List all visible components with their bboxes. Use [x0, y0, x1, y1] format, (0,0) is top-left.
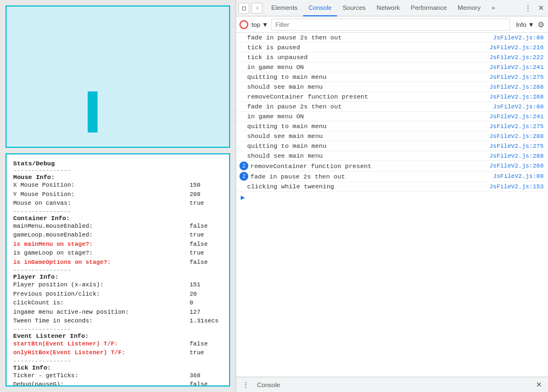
clear-console-button[interactable]: [239, 20, 248, 29]
tab-more[interactable]: »: [486, 0, 500, 16]
settings-icon[interactable]: ⚙: [538, 20, 545, 29]
debug-title: Stats/Debug: [13, 160, 222, 167]
game-canvas: [5, 5, 230, 148]
file-link[interactable]: JsFileV2.js:288: [489, 133, 544, 140]
file-link[interactable]: JsFileV2.js:241: [489, 64, 544, 71]
repeat-badge: 2: [239, 172, 248, 181]
dock-undock-button[interactable]: ◻: [238, 3, 249, 14]
prev-pos-value: 20: [190, 290, 222, 299]
console-toolbar: top ▼ Info ▼ ⚙: [236, 16, 548, 33]
gameloop-mouse-row: gameLoop.mouseEnabled: true: [13, 230, 222, 240]
container-header: Container Info:: [13, 215, 222, 222]
more-options-icon[interactable]: ⋮: [523, 3, 533, 13]
footer-console-tab[interactable]: Console: [255, 381, 282, 389]
ingame-menu-value: 127: [190, 308, 222, 317]
divider-4: ----------------: [13, 326, 222, 332]
tab-performance[interactable]: Performance: [406, 0, 453, 16]
tab-network[interactable]: Network: [371, 0, 405, 16]
close-devtools-icon[interactable]: ✕: [536, 3, 546, 13]
console-prompt[interactable]: ►: [236, 192, 548, 204]
mouse-x-row: X Mouse Position: 150: [13, 181, 222, 190]
is-ingameoptions-value: false: [190, 258, 222, 267]
file-link[interactable]: JsFileV2.js:268: [489, 94, 544, 100]
tick-header: Tick Info:: [13, 364, 222, 371]
file-link[interactable]: JsFileV2.js:80: [493, 103, 544, 110]
prev-pos-label: Previous position/click:: [13, 290, 100, 299]
footer-menu-icon[interactable]: ⋮: [241, 380, 250, 390]
mouse-y-value: 208: [190, 190, 222, 199]
console-message: in game menu ON: [247, 113, 485, 120]
file-link[interactable]: JsFileV2.js:275: [489, 74, 544, 80]
devtools-action-icons: ⋮ ✕: [523, 3, 546, 13]
ticker-label: Ticker - getTicks:: [13, 371, 78, 381]
console-message: should see main menu: [247, 132, 485, 140]
player-rect: [88, 91, 98, 132]
dock-side-button[interactable]: ◽: [252, 3, 262, 14]
file-link[interactable]: JsFileV2.js:288: [489, 153, 544, 159]
file-link[interactable]: JsFileV2.js:80: [493, 34, 544, 41]
filter-input[interactable]: [271, 19, 510, 31]
gameloop-mouse-value: true: [190, 230, 222, 240]
console-message: clicking while tweening: [247, 183, 485, 190]
mouse-y-row: Y Mouse Position: 208: [13, 190, 222, 199]
file-link[interactable]: JsFileV2.js:222: [489, 54, 544, 61]
file-link[interactable]: JsFileV2.js:288: [489, 84, 544, 90]
tab-sources[interactable]: Sources: [337, 0, 371, 16]
console-message: quitting to main menu: [247, 123, 485, 130]
file-link[interactable]: JsFileV2.js:275: [489, 123, 544, 130]
console-row: should see main menuJsFileV2.js:288: [236, 151, 548, 161]
devtools-dock-icons: ◻ ◽: [238, 3, 262, 14]
mouse-canvas-label: Mouse on canvas:: [13, 199, 71, 208]
console-message: tick is paused: [247, 44, 485, 51]
console-row: tick is pausedJsFileV2.js:216: [236, 43, 548, 53]
event-header: Event Listener Info:: [13, 332, 222, 339]
console-row: quitting to main menuJsFileV2.js:275: [236, 122, 548, 131]
is-mainmenu-value: false: [190, 240, 222, 249]
debug-pause-value: false: [190, 380, 222, 387]
console-message: quitting to main menu: [247, 142, 485, 149]
tab-console[interactable]: Console: [303, 0, 337, 16]
divider-1: ----------------: [13, 167, 222, 174]
console-message: fade in pause 2s then out: [247, 34, 489, 41]
ingame-menu-row: ingame menu active-new position: 127: [13, 308, 222, 317]
mouse-y-label: Y Mouse Position:: [13, 190, 75, 199]
repeat-badge: 2: [239, 162, 248, 170]
is-ingameoptions-row: is inGameOptions on stage?: false: [13, 258, 222, 267]
file-link[interactable]: JsFileV2.js:241: [489, 113, 544, 120]
file-link[interactable]: JsFileV2.js:80: [493, 173, 544, 180]
ingame-menu-label: ingame menu active-new position:: [13, 308, 129, 317]
prev-pos-row: Previous position/click: 20: [13, 290, 222, 299]
console-message: in game menu ON: [247, 64, 485, 71]
console-row: in game menu ONJsFileV2.js:241: [236, 62, 548, 72]
console-row: should see main menuJsFileV2.js:288: [236, 82, 548, 92]
file-link[interactable]: JsFileV2.js:216: [489, 44, 544, 51]
console-message: should see main menu: [247, 152, 485, 159]
mainmenu-mouse-row: mainMenu.mouseEnabled: false: [13, 222, 222, 231]
info-chevron-icon: ▼: [528, 21, 534, 28]
file-link[interactable]: JsFileV2.js:275: [489, 143, 544, 149]
ticker-value: 368: [190, 371, 222, 381]
mainmenu-mouse-value: false: [190, 222, 222, 231]
footer-close-icon[interactable]: ✕: [534, 380, 544, 390]
file-link[interactable]: JsFileV2.js:268: [489, 163, 544, 169]
chevron-down-icon: ▼: [262, 21, 268, 28]
tab-memory[interactable]: Memory: [452, 0, 486, 16]
hitbox-value: true: [190, 348, 222, 358]
console-row: removeContainer function presentJsFileV2…: [236, 92, 548, 102]
console-row: fade in pause 2s then outJsFileV2.js:80: [236, 33, 548, 43]
tab-elements[interactable]: Elements: [266, 0, 303, 16]
left-panel: Stats/Debug ---------------- Mouse Info:…: [0, 0, 236, 392]
tween-time-value: 1.31secs: [190, 316, 222, 326]
console-message: quitting to main menu: [247, 73, 485, 80]
console-row: tick is unpausedJsFileV2.js:222: [236, 53, 548, 62]
console-message: fade in pause 2s then out: [247, 103, 489, 110]
log-level-dropdown[interactable]: Info ▼: [516, 21, 534, 28]
file-link[interactable]: JsFileV2.js:153: [489, 183, 544, 190]
mouse-x-value: 150: [190, 181, 222, 190]
player-pos-label: Player position (x-axis):: [13, 280, 104, 290]
console-message: removeContainer function present: [247, 93, 485, 100]
context-dropdown[interactable]: top ▼: [252, 21, 268, 28]
console-row: in game menu ONJsFileV2.js:241: [236, 112, 548, 122]
debug-panel: Stats/Debug ---------------- Mouse Info:…: [5, 153, 230, 387]
console-row: 2fade in pause 2s then outJsFileV2.js:80: [236, 171, 548, 182]
